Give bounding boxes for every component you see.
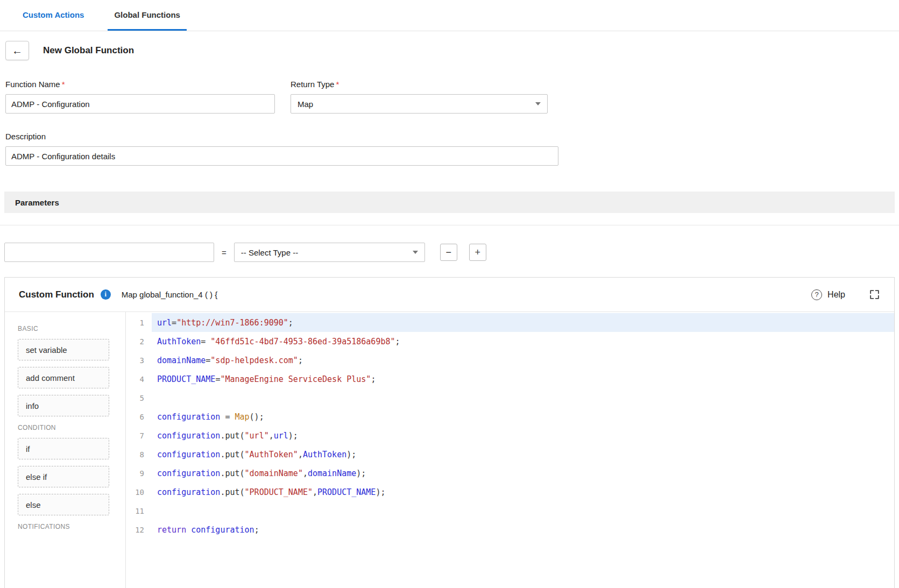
snippet-add-comment[interactable]: add comment [18,367,109,388]
arrow-left-icon: ← [12,45,23,57]
snippet-if[interactable]: if [18,438,109,459]
code-text: configuration.put("PRODUCT_NAME",PRODUCT… [152,483,894,501]
function-signature: Map global_function_4 ( ) { [122,290,217,299]
editor-sidebar: BASICset variableadd commentinfoCONDITIO… [5,312,126,588]
sidebar-section-title: NOTIFICATIONS [18,523,125,530]
code-line[interactable]: 6configuration = Map(); [126,407,894,426]
divider [0,225,899,225]
parameter-name-input[interactable] [4,243,214,262]
line-number: 3 [126,356,152,365]
page-header: ← New Global Function [5,41,899,60]
line-number: 4 [126,375,152,384]
code-line[interactable]: 4PRODUCT_NAME="ManageEngine ServiceDesk … [126,370,894,388]
custom-function-title: Custom Function [19,289,94,300]
tab-custom-actions[interactable]: Custom Actions [16,10,90,31]
back-button[interactable]: ← [5,41,29,60]
snippet-else-if[interactable]: else if [18,466,109,487]
required-asterisk: * [62,80,65,89]
line-number: 9 [126,469,152,478]
code-line[interactable]: 9configuration.put("domainName",domainNa… [126,464,894,483]
code-text: domainName="sdp-helpdesk.com"; [152,351,894,370]
code-text: PRODUCT_NAME="ManageEngine ServiceDesk P… [152,370,894,388]
chevron-down-icon [413,251,418,254]
description-field-group: Description [5,132,899,166]
expand-icon [869,289,880,300]
snippet-set-variable[interactable]: set variable [18,339,109,360]
code-line[interactable]: 10configuration.put("PRODUCT_NAME",PRODU… [126,483,894,501]
question-mark-icon: ? [811,289,822,300]
line-number: 10 [126,488,152,497]
parameter-type-select[interactable]: -- Select Type -- [234,243,425,262]
line-number: 5 [126,394,152,402]
line-number: 1 [126,318,152,327]
code-text [152,501,894,520]
code-text: configuration.put("AuthToken",AuthToken)… [152,445,894,464]
code-text [152,388,894,407]
help-button[interactable]: ? Help [811,289,845,300]
sidebar-section-title: BASIC [18,325,125,332]
line-number: 8 [126,450,152,459]
code-editor[interactable]: 1url="http://win7-1866:9090";2AuthToken=… [126,312,894,588]
function-name-label: Function Name* [5,80,275,89]
parameter-type-placeholder: -- Select Type -- [241,248,298,257]
code-lines: 1url="http://win7-1866:9090";2AuthToken=… [126,313,894,539]
function-form: Function Name* Return Type* Map Descript… [0,80,899,166]
snippet-else[interactable]: else [18,494,109,515]
code-text: configuration.put("domainName",domainNam… [152,464,894,483]
equals-sign: = [222,248,226,257]
return-type-label: Return Type* [291,80,548,89]
parameters-section-header: Parameters [4,192,895,213]
sidebar-section-title: CONDITION [18,424,125,431]
code-text: AuthToken= "46ffd51c-4bd7-4953-86ed-39a5… [152,332,894,351]
page-title: New Global Function [43,45,134,56]
code-line[interactable]: 3domainName="sdp-helpdesk.com"; [126,351,894,370]
info-icon[interactable]: i [101,289,111,300]
remove-parameter-button[interactable]: − [440,244,457,261]
snippet-info[interactable]: info [18,395,109,416]
return-type-value: Map [298,100,313,109]
code-text: return configuration; [152,520,894,539]
fullscreen-button[interactable] [869,289,880,300]
help-label: Help [827,290,845,300]
code-text: configuration.put("url",url); [152,426,894,445]
parameters-title: Parameters [15,198,59,207]
code-text: url="http://win7-1866:9090"; [152,313,894,332]
code-text: configuration = Map(); [152,407,894,426]
required-asterisk: * [336,80,339,89]
line-number: 2 [126,337,152,346]
add-parameter-button[interactable]: + [469,244,486,261]
description-input[interactable] [5,146,558,166]
tab-bar: Custom Actions Global Functions [0,0,899,31]
code-line[interactable]: 5 [126,388,894,407]
tab-global-functions[interactable]: Global Functions [108,10,187,31]
editor-body: BASICset variableadd commentinfoCONDITIO… [5,312,894,588]
code-line[interactable]: 8configuration.put("AuthToken",AuthToken… [126,445,894,464]
line-number: 6 [126,413,152,421]
function-name-field-group: Function Name* [5,80,275,114]
code-line[interactable]: 1url="http://win7-1866:9090"; [126,313,894,332]
function-name-input[interactable] [5,94,275,114]
line-number: 12 [126,526,152,534]
code-line[interactable]: 7configuration.put("url",url); [126,426,894,445]
line-number: 11 [126,507,152,515]
code-line[interactable]: 12return configuration; [126,520,894,539]
return-type-select[interactable]: Map [291,94,548,114]
line-number: 7 [126,431,152,440]
code-line[interactable]: 2AuthToken= "46ffd51c-4bd7-4953-86ed-39a… [126,332,894,351]
custom-function-header: Custom Function i Map global_function_4 … [5,278,894,312]
description-label: Description [5,132,899,141]
custom-function-panel: Custom Function i Map global_function_4 … [4,277,895,588]
code-line[interactable]: 11 [126,501,894,520]
parameter-row: = -- Select Type -- − + [4,243,899,262]
chevron-down-icon [535,102,541,105]
return-type-field-group: Return Type* Map [291,80,548,114]
